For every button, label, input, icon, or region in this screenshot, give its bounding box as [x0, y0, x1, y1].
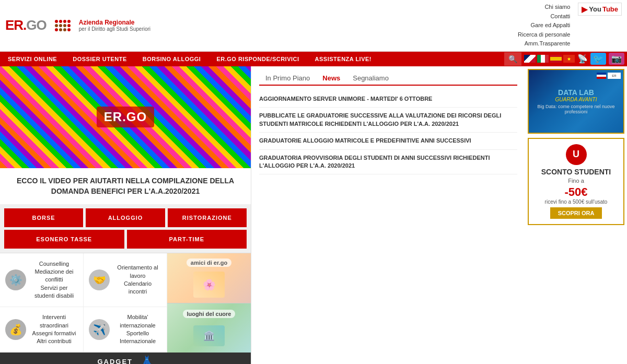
service-mobilita[interactable]: ✈️ Mobilita' internazionaleSportello Int… [84, 307, 167, 353]
ristorazione-button[interactable]: RISTORAZIONE [168, 208, 247, 227]
sconto-inner: U SCONTO STUDENTI Fino a -50€ ricevi fin… [529, 139, 623, 224]
gallery-luoghi-label: luoghi del cuore [183, 310, 236, 318]
news-tabs: In Primo Piano News Segnaliamo [259, 72, 517, 86]
top-right: Chi siamo Contatti Gare ed Appalti Ricer… [518, 3, 622, 49]
datalab-text: DATA LAB GUARDA AVANTI Big Data: come co… [529, 86, 623, 117]
amm-link[interactable]: Amm.Trasparente [518, 39, 570, 49]
flag-it[interactable] [537, 55, 549, 63]
logo-text: Azienda Regionale per il Diritto agli St… [79, 19, 150, 32]
news-title-2: PUBBLICATE LE GRADUATORIE SUCCESSIVE ALL… [259, 112, 517, 128]
instagram-icon[interactable]: 📷 [609, 53, 624, 65]
tab-news[interactable]: News [316, 72, 346, 86]
flag-es[interactable] [550, 55, 562, 63]
twitter-icon[interactable]: 🐦 [590, 53, 606, 65]
youtube-icon[interactable]: ▶ YouTube [578, 3, 622, 16]
search-button[interactable]: 🔍 [504, 52, 521, 66]
carousel-image: ER.GO [0, 66, 251, 168]
nav-borsino-alloggi[interactable]: BORSINO ALLOGGI [135, 52, 209, 66]
flag-uk[interactable] [524, 55, 536, 63]
carousel-caption-text: ECCO IL VIDEO PER AIUTARTI NELLA COMPILA… [10, 176, 240, 196]
news-title-4: GRADUATORIA PROVVISORIA DEGLI STUDENTI D… [259, 154, 517, 170]
interventi-icon: 💰 [5, 319, 26, 340]
flag-zh[interactable]: ★ [563, 55, 575, 63]
counselling-icon: ⚙️ [5, 269, 26, 290]
rss-icon[interactable]: 📡 [577, 54, 588, 64]
orientamento-icon: 🤝 [89, 269, 110, 290]
tab-segnaliamo[interactable]: Segnaliamo [346, 72, 395, 85]
news-title-1: AGGIORNAMENTO SERVER UNIMORE - MARTEDI' … [259, 95, 517, 103]
news-item-4[interactable]: GRADUATORIA PROVVISORIA DEGLI STUDENTI D… [259, 150, 517, 175]
contatti-link[interactable]: Contatti [518, 12, 570, 21]
news-item-2[interactable]: PUBBLICATE LE GRADUATORIE SUCCESSIVE ALL… [259, 108, 517, 133]
gallery-panel[interactable]: amici di er.go 🌸 luoghi del cuore 🏛️ [167, 253, 251, 353]
sconto-prefix: Fino a [534, 178, 618, 184]
carousel[interactable]: ER.GO ECCO IL VIDEO PER AIUTARTI NELLA C… [0, 66, 251, 204]
scopri-ora-button[interactable]: SCOPRI ORA [550, 207, 602, 219]
tab-primo-piano[interactable]: In Primo Piano [259, 72, 316, 85]
borse-button[interactable]: BORSE [4, 208, 83, 227]
ricerca-link[interactable]: Ricerca di personale [518, 30, 570, 40]
nav-bar: SERVIZI ONLINE DOSSIER UTENTE BORSINO AL… [0, 52, 627, 66]
orientamento-text: Orientamento al lavoroCalendario incontr… [114, 264, 161, 296]
yt-tube: Tube [602, 5, 618, 13]
sconto-title: SCONTO STUDENTI [534, 168, 618, 176]
logo-go: GO [26, 17, 46, 33]
logo-area: ER. GO Azienda Regionale per il Diritto [5, 17, 150, 33]
top-links: Chi siamo Contatti Gare ed Appalti Ricer… [518, 3, 570, 49]
main-content: ER.GO ECCO IL VIDEO PER AIUTARTI NELLA C… [0, 66, 627, 364]
gallery-amici-label: amici di er.go [187, 259, 231, 267]
service-counselling[interactable]: ⚙️ CounsellingMediazione dei conflittiSe… [0, 253, 84, 307]
quick-links: BORSE ALLOGGIO RISTORAZIONE ESONERO TASS… [0, 204, 251, 253]
alloggio-button[interactable]: ALLOGGIO [86, 208, 165, 227]
nav-assistenza-live[interactable]: ASSISTENZA LIVE! [307, 52, 379, 66]
interventi-text: Interventi straordinariAssegni formativi… [30, 313, 78, 346]
news-list: AGGIORNAMENTO SERVER UNIMORE - MARTEDI' … [259, 91, 517, 174]
gadget-image: 👗 [141, 356, 154, 364]
news-title-3: GRADUATORIE ALLOGGIO MATRICOLE E PREDEFI… [259, 137, 517, 145]
news-panel: In Primo Piano News Segnaliamo AGGIORNAM… [251, 66, 525, 364]
gare-link[interactable]: Gare ed Appalti [518, 21, 570, 30]
yt-text: You [589, 5, 601, 13]
service-interventi[interactable]: 💰 Interventi straordinariAssegni formati… [0, 307, 84, 353]
logo-er: ER. [5, 17, 26, 33]
sconto-discount: -50€ [534, 185, 618, 199]
carousel-caption: ECCO IL VIDEO PER AIUTARTI NELLA COMPILA… [0, 168, 251, 204]
news-item-3[interactable]: GRADUATORIE ALLOGGIO MATRICOLE E PREDEFI… [259, 133, 517, 149]
counselling-text: CounsellingMediazione dei conflittiServi… [30, 260, 78, 300]
language-flags: ★ [524, 55, 575, 63]
sconto-studenti-ad[interactable]: U SCONTO STUDENTI Fino a -50€ ricevi fin… [528, 138, 624, 225]
yt-play-icon: ▶ [582, 4, 588, 14]
mobilita-text: Mobilita' internazionaleSportello Intern… [114, 313, 161, 346]
right-sidebar: ER DATA LAB GUARDA AVANTI Big Data: come… [525, 66, 627, 364]
datalab-ad[interactable]: ER DATA LAB GUARDA AVANTI Big Data: come… [528, 69, 624, 134]
top-bar: ER. GO Azienda Regionale per il Diritto [0, 0, 627, 52]
eu-flag-icon [597, 73, 606, 79]
region-flag-icon: ER [608, 73, 621, 79]
chi-siamo-link[interactable]: Chi siamo [518, 3, 570, 12]
left-column: ER.GO ECCO IL VIDEO PER AIUTARTI NELLA C… [0, 66, 251, 364]
carousel-logo: ER.GO [104, 110, 147, 124]
nav-ergo-risponde[interactable]: ER.GO RISPONDE/SCRIVICI [208, 52, 307, 66]
gadget-label: GADGET [97, 358, 133, 364]
esonero-tasse-button[interactable]: ESONERO TASSE [4, 230, 124, 249]
nav-right: 🔍 ★ 📡 🐦 📷 [504, 52, 627, 66]
service-icons: ⚙️ CounsellingMediazione dei conflittiSe… [0, 253, 251, 353]
news-item-1[interactable]: AGGIORNAMENTO SERVER UNIMORE - MARTEDI' … [259, 91, 517, 108]
nav-dossier-utente[interactable]: DOSSIER UTENTE [65, 52, 135, 66]
datalab-ad-image: ER DATA LAB GUARDA AVANTI Big Data: come… [529, 70, 623, 133]
part-time-button[interactable]: PART-TIME [127, 230, 247, 249]
sconto-desc: ricevi fino a 500€ sull'usato [534, 199, 618, 205]
gadget-banner[interactable]: GADGET 👗 [0, 353, 251, 364]
logo-box: ER. GO Azienda Regionale per il Diritto [5, 17, 150, 33]
mobilita-icon: ✈️ [89, 319, 110, 340]
social-icons: ▶ YouTube [578, 3, 622, 16]
unibo-logo: U [566, 144, 587, 165]
nav-servizi-online[interactable]: SERVIZI ONLINE [0, 52, 65, 66]
service-orientamento[interactable]: 🤝 Orientamento al lavoroCalendario incon… [84, 253, 167, 307]
